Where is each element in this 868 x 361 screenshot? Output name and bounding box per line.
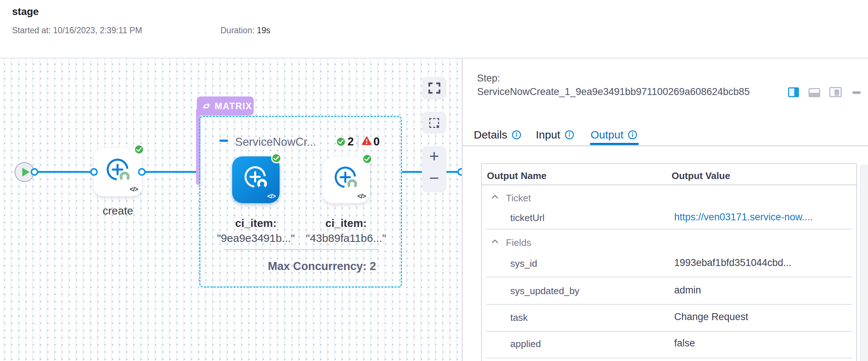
output-row-name: applied — [510, 338, 541, 350]
panel-scrollbar[interactable] — [860, 164, 868, 361]
info-icon[interactable] — [628, 130, 637, 140]
success-badge-icon — [134, 144, 144, 155]
layout-right-panel-icon[interactable] — [788, 87, 799, 97]
row-divider — [486, 277, 852, 277]
port-out-create[interactable] — [138, 168, 146, 176]
tab-details-label: Details — [474, 129, 507, 141]
step-node-create[interactable]: </> — [94, 148, 142, 196]
count-divider — [358, 135, 358, 149]
output-row-value: admin — [674, 285, 701, 296]
error-count-icon — [362, 136, 372, 145]
column-header-name: Output Name — [487, 170, 546, 182]
row-divider — [486, 331, 852, 332]
step-label-create: create — [94, 205, 142, 217]
tab-output[interactable]: Output — [591, 129, 637, 141]
tabs-divider — [462, 145, 868, 146]
row-divider — [486, 358, 852, 358]
success-count: 2 — [347, 135, 354, 148]
output-row-value: false — [674, 338, 695, 349]
fullscreen-icon — [428, 82, 441, 94]
info-icon[interactable] — [512, 130, 521, 140]
marquee-select-button[interactable] — [422, 112, 446, 134]
matrix-step-1-caption: ci_item: "9ea9e3491b..." — [214, 217, 298, 244]
output-row-name: sys_id — [510, 258, 537, 269]
duration-label: Duration: — [220, 26, 254, 35]
layout-bottom-panel-icon[interactable] — [809, 88, 820, 97]
output-row-name: task — [510, 312, 528, 323]
tab-details[interactable]: Details — [474, 129, 521, 141]
output-group-ticket[interactable]: Ticket — [506, 193, 531, 204]
tab-output-label: Output — [591, 129, 623, 141]
edge-start-create — [35, 171, 94, 173]
chevron-up-icon[interactable] — [492, 239, 498, 243]
loop-icon — [201, 102, 211, 110]
started-label: Started at: — [12, 26, 51, 35]
error-count: 0 — [373, 135, 380, 148]
page-title: stage — [12, 6, 39, 18]
minimize-panel-icon[interactable] — [852, 91, 861, 94]
code-glyph: </> — [357, 193, 366, 200]
collapse-minus-icon[interactable] — [219, 140, 228, 142]
matrix-group-title[interactable]: ServiceNowCr... — [235, 136, 316, 149]
tab-input[interactable]: Input — [536, 129, 574, 141]
servicenow-icon — [102, 154, 133, 185]
ci-item-value: "43b89fa11b6..." — [304, 232, 388, 244]
pipeline-canvas[interactable]: MATRIX ServiceNowCr... 2 0 — [0, 58, 462, 361]
servicenow-icon — [240, 162, 270, 192]
column-header-value: Output Value — [672, 170, 730, 182]
output-group-fields[interactable]: Fields — [506, 237, 531, 248]
ci-item-label: ci_item: — [214, 217, 298, 229]
output-row-name: ticketUrl — [510, 212, 545, 224]
started-at: Started at: 10/16/2023, 2:39:11 PM — [12, 26, 142, 35]
matrix-footer-divider — [223, 249, 379, 250]
servicenow-icon — [330, 162, 361, 193]
output-row-value: Change Request — [674, 311, 748, 323]
marquee-select-icon — [429, 118, 439, 128]
duration-value: 19s — [257, 26, 270, 35]
zoom-in-button[interactable]: + — [422, 146, 446, 166]
chevron-up-icon[interactable] — [492, 195, 498, 199]
output-row-name: sys_updated_by — [510, 285, 579, 297]
play-icon — [22, 168, 30, 176]
edge-create-matrix — [142, 171, 197, 173]
duration: Duration: 19s — [220, 26, 270, 35]
success-count-icon — [337, 138, 345, 146]
matrix-step-node-2[interactable]: </> — [322, 157, 370, 203]
port-out-start[interactable] — [31, 168, 38, 176]
table-header-divider — [481, 185, 857, 185]
tab-input-label: Input — [536, 129, 560, 141]
fullscreen-button[interactable] — [422, 77, 446, 99]
success-badge-icon — [271, 153, 281, 163]
output-row-value: 1993ebaf1bfd351044cbd... — [674, 257, 791, 269]
success-badge-icon — [362, 154, 372, 164]
code-glyph: </> — [267, 193, 276, 200]
matrix-badge-label: MATRIX — [215, 101, 252, 111]
row-divider — [486, 304, 852, 305]
zoom-out-button[interactable]: − — [422, 168, 446, 188]
zoom-controls: + − — [422, 146, 446, 192]
ticket-url-link[interactable]: https://ven03171.service-now.... — [674, 212, 813, 223]
info-icon[interactable] — [565, 130, 574, 140]
max-concurrency-label: Max Concurrency: 2 — [243, 260, 400, 273]
port-end[interactable] — [457, 168, 462, 176]
pipeline-execution-view: stage Started at: 10/16/2023, 2:39:11 PM… — [0, 0, 868, 361]
matrix-badge: MATRIX — [197, 96, 254, 115]
started-value: 10/16/2023, 2:39:11 PM — [53, 26, 142, 35]
code-glyph: </> — [130, 186, 138, 193]
step-panel-title: Step: ServiceNowCreate_1_9ea9e3491bb9711… — [477, 72, 762, 99]
canvas-panel-divider — [462, 58, 462, 361]
row-divider — [486, 229, 852, 229]
active-tab-indicator — [590, 143, 639, 145]
matrix-step-node-1[interactable]: </> — [232, 156, 280, 203]
ci-item-label: ci_item: — [304, 217, 388, 229]
ci-item-value: "9ea9e3491b..." — [214, 232, 298, 244]
layout-floating-panel-icon[interactable] — [829, 87, 842, 97]
matrix-step-2-caption: ci_item: "43b89fa11b6..." — [304, 217, 388, 244]
port-in-create[interactable] — [90, 168, 98, 176]
